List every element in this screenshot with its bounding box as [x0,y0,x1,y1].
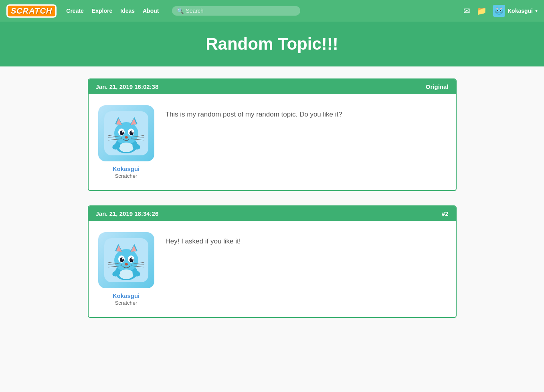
nav-links: Create Explore Ideas About [66,8,159,14]
messages-icon[interactable]: ✉ [463,6,470,16]
hero-banner: Random Topic!!! [0,22,544,66]
post-author-1: Kokasgui Scratcher [98,105,154,179]
post-header-1: Jan. 21, 2019 16:02:38 Original [89,79,456,94]
post-header-2: Jan. 21, 2019 18:34:26 #2 [89,206,456,221]
post-card-1: Jan. 21, 2019 16:02:38 Original [88,78,457,191]
post-text-2: Hey! I asked if you like it! [166,232,446,247]
post-text-1: This is my random post of my random topi… [166,105,446,120]
user-avatar-small [493,5,505,17]
post-card-2: Jan. 21, 2019 18:34:26 #2 [88,205,457,318]
post-timestamp-2: Jan. 21, 2019 18:34:26 [96,210,159,217]
search-input[interactable] [186,8,295,14]
post-number-2: #2 [442,210,449,217]
chevron-down-icon: ▾ [535,8,538,14]
search-bar: 🔍 [172,6,300,16]
author-name-2[interactable]: Kokasgui [113,292,140,299]
svg-point-11 [499,12,500,12]
svg-point-28 [131,131,133,133]
svg-point-50 [122,258,123,259]
avatar-1 [98,105,154,161]
svg-point-59 [119,269,133,279]
page-title: Random Topic!!! [0,34,544,54]
author-name-1[interactable]: Kokasgui [113,165,140,172]
post-author-2: Kokasgui Scratcher [98,232,154,306]
svg-point-51 [131,258,133,259]
author-role-2: Scratcher [115,300,138,306]
nav-create[interactable]: Create [66,8,84,14]
user-menu[interactable]: Kokasgui ▾ [493,5,538,17]
nav-ideas[interactable]: Ideas [120,8,135,14]
nav-right: ✉ 📁 [463,5,538,17]
author-role-1: Scratcher [115,173,138,179]
avatar-2 [98,232,154,288]
post-body-1: Kokasgui Scratcher This is my random pos… [89,94,456,190]
svg-point-18 [114,122,138,145]
post-number-1: Original [426,83,449,90]
navbar: SCRATCH Create Explore Ideas About 🔍 ✉ 📁 [0,0,544,22]
svg-point-9 [497,10,498,11]
svg-point-52 [125,263,128,265]
scratch-logo[interactable]: SCRATCH [6,4,57,18]
folder-icon[interactable]: 📁 [477,6,487,16]
svg-point-29 [125,136,128,139]
nav-explore[interactable]: Explore [92,8,112,14]
svg-point-36 [119,143,133,152]
search-icon: 🔍 [177,8,184,14]
nav-about[interactable]: About [143,8,159,14]
post-timestamp-1: Jan. 21, 2019 16:02:38 [96,83,159,90]
svg-point-27 [122,131,123,133]
post-body-2: Kokasgui Scratcher Hey! I asked if you l… [89,221,456,317]
main-content: Jan. 21, 2019 16:02:38 Original [80,78,465,318]
svg-point-10 [500,10,501,11]
user-name: Kokasgui [508,8,533,14]
